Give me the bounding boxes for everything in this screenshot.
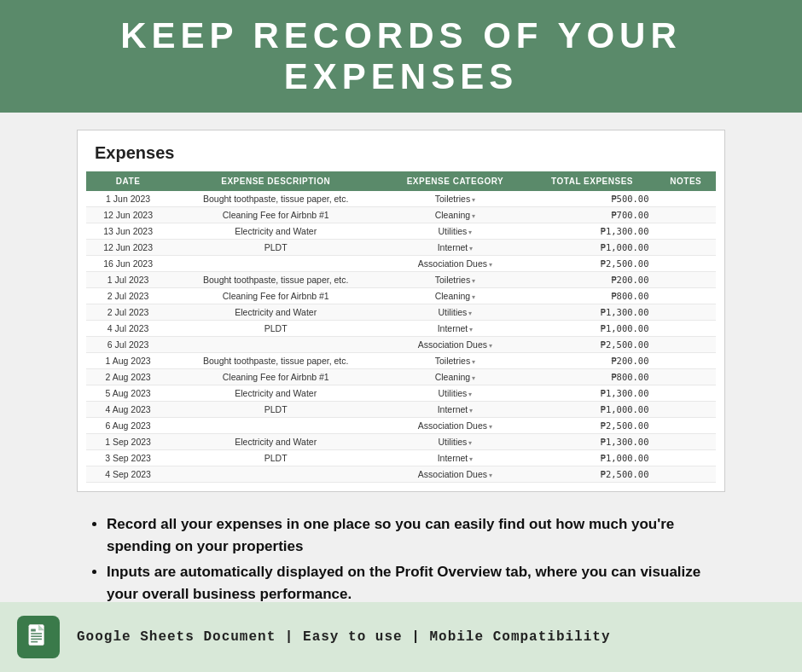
- cell-notes: [656, 337, 716, 353]
- svg-rect-5: [31, 641, 38, 643]
- cell-amount: ₱1,300.00: [529, 385, 656, 402]
- dropdown-arrow-icon: ▾: [468, 310, 472, 317]
- cell-notes: [656, 272, 716, 288]
- cell-amount: ₱2,500.00: [529, 418, 656, 434]
- bullet-section: Record all your expenses in one place so…: [77, 509, 725, 613]
- cell-date: 2 Jul 2023: [86, 304, 170, 321]
- table-row: 1 Jul 2023Bought toothpaste, tissue pape…: [86, 272, 716, 288]
- dropdown-arrow-icon: ▾: [472, 293, 475, 301]
- dropdown-arrow-icon: ▾: [489, 423, 492, 431]
- dropdown-arrow-icon: ▾: [472, 212, 475, 220]
- cell-description: Cleaning Fee for Airbnb #1: [170, 369, 381, 385]
- table-row: 1 Jun 2023Bought toothpaste, tissue pape…: [86, 191, 716, 207]
- cell-description: Electricity and Water: [170, 434, 381, 450]
- table-row: 4 Aug 2023PLDTInternet▾₱1,000.00: [86, 402, 716, 418]
- cell-date: 4 Sep 2023: [86, 466, 170, 483]
- cell-category: Toiletries▾: [381, 272, 528, 288]
- dropdown-arrow-icon: ▾: [468, 229, 472, 236]
- dropdown-arrow-icon: ▾: [472, 277, 475, 285]
- cell-category: Association Dues▾: [381, 337, 528, 353]
- table-row: 2 Aug 2023Cleaning Fee for Airbnb #1Clea…: [86, 369, 716, 385]
- cell-notes: [656, 353, 716, 369]
- col-description: EXPENSE DESCRIPTION: [170, 171, 381, 191]
- spreadsheet-title: Expenses: [86, 143, 716, 163]
- cell-category: Association Dues▾: [381, 418, 528, 434]
- cell-description: Electricity and Water: [170, 223, 381, 240]
- footer-text: Google Sheets Document | Easy to use | M…: [77, 629, 611, 645]
- page-title: KEEP RECORDS OF YOUR EXPENSES: [17, 15, 785, 97]
- cell-description: [170, 256, 381, 272]
- cell-notes: [656, 450, 716, 466]
- cell-description: Cleaning Fee for Airbnb #1: [170, 288, 381, 304]
- cell-amount: ₱1,000.00: [529, 240, 656, 256]
- cell-notes: [656, 369, 716, 385]
- expenses-table: DATE EXPENSE DESCRIPTION EXPENSE CATEGOR…: [86, 171, 716, 483]
- cell-amount: ₱1,000.00: [529, 402, 656, 418]
- table-row: 1 Aug 2023Bought toothpaste, tissue pape…: [86, 353, 716, 369]
- cell-notes: [656, 207, 716, 223]
- dropdown-arrow-icon: ▾: [469, 407, 473, 414]
- cell-category: Utilities▾: [381, 223, 528, 240]
- cell-amount: ₱200.00: [529, 353, 656, 369]
- cell-description: Bought toothpaste, tissue paper, etc.: [170, 353, 381, 369]
- dropdown-arrow-icon: ▾: [472, 374, 475, 382]
- main-content: Expenses DATE EXPENSE DESCRIPTION EXPENS…: [0, 113, 802, 626]
- cell-description: [170, 418, 381, 434]
- cell-notes: [656, 191, 716, 207]
- cell-category: Association Dues▾: [381, 256, 528, 272]
- cell-date: 3 Sep 2023: [86, 450, 170, 466]
- dropdown-arrow-icon: ▾: [472, 196, 475, 204]
- cell-notes: [656, 321, 716, 337]
- cell-date: 1 Sep 2023: [86, 434, 170, 450]
- cell-description: PLDT: [170, 402, 381, 418]
- table-row: 4 Sep 2023Association Dues▾₱2,500.00: [86, 466, 716, 483]
- cell-notes: [656, 288, 716, 304]
- page-header: KEEP RECORDS OF YOUR EXPENSES: [0, 0, 802, 113]
- google-sheets-icon: [17, 616, 60, 658]
- cell-date: 2 Aug 2023: [86, 369, 170, 385]
- cell-notes: [656, 402, 716, 418]
- dropdown-arrow-icon: ▾: [468, 391, 472, 398]
- cell-notes: [656, 418, 716, 434]
- table-row: 2 Jul 2023Cleaning Fee for Airbnb #1Clea…: [86, 288, 716, 304]
- cell-category: Utilities▾: [381, 434, 528, 450]
- cell-amount: ₱700.00: [529, 207, 656, 223]
- cell-category: Internet▾: [381, 240, 528, 256]
- bullet-item: Inputs are automatically displayed on th…: [107, 561, 717, 605]
- cell-category: Internet▾: [381, 321, 528, 337]
- cell-amount: ₱1,300.00: [529, 434, 656, 450]
- cell-amount: ₱2,500.00: [529, 466, 656, 483]
- col-notes: NOTES: [656, 171, 716, 191]
- table-row: 6 Jul 2023Association Dues▾₱2,500.00: [86, 337, 716, 353]
- cell-amount: ₱1,000.00: [529, 321, 656, 337]
- cell-category: Cleaning▾: [381, 207, 528, 223]
- cell-date: 1 Jul 2023: [86, 272, 170, 288]
- dropdown-arrow-icon: ▾: [489, 342, 492, 350]
- cell-notes: [656, 240, 716, 256]
- cell-amount: ₱1,300.00: [529, 223, 656, 240]
- cell-date: 16 Jun 2023: [86, 256, 170, 272]
- dropdown-arrow-icon: ▾: [489, 472, 492, 479]
- svg-rect-4: [31, 639, 42, 640]
- dropdown-arrow-icon: ▾: [472, 358, 475, 366]
- cell-notes: [656, 304, 716, 321]
- cell-category: Association Dues▾: [381, 466, 528, 483]
- dropdown-arrow-icon: ▾: [469, 245, 473, 252]
- cell-date: 6 Aug 2023: [86, 418, 170, 434]
- svg-rect-6: [31, 629, 36, 631]
- cell-amount: ₱1,300.00: [529, 304, 656, 321]
- table-row: 13 Jun 2023Electricity and WaterUtilitie…: [86, 223, 716, 240]
- table-row: 4 Jul 2023PLDTInternet▾₱1,000.00: [86, 321, 716, 337]
- svg-rect-3: [31, 635, 42, 637]
- svg-rect-2: [31, 633, 42, 634]
- dropdown-arrow-icon: ▾: [469, 455, 473, 463]
- cell-category: Utilities▾: [381, 385, 528, 402]
- cell-amount: ₱200.00: [529, 272, 656, 288]
- cell-date: 5 Aug 2023: [86, 385, 170, 402]
- cell-date: 4 Aug 2023: [86, 402, 170, 418]
- table-row: 6 Aug 2023Association Dues▾₱2,500.00: [86, 418, 716, 434]
- cell-notes: [656, 434, 716, 450]
- cell-notes: [656, 466, 716, 483]
- cell-date: 1 Aug 2023: [86, 353, 170, 369]
- cell-description: [170, 337, 381, 353]
